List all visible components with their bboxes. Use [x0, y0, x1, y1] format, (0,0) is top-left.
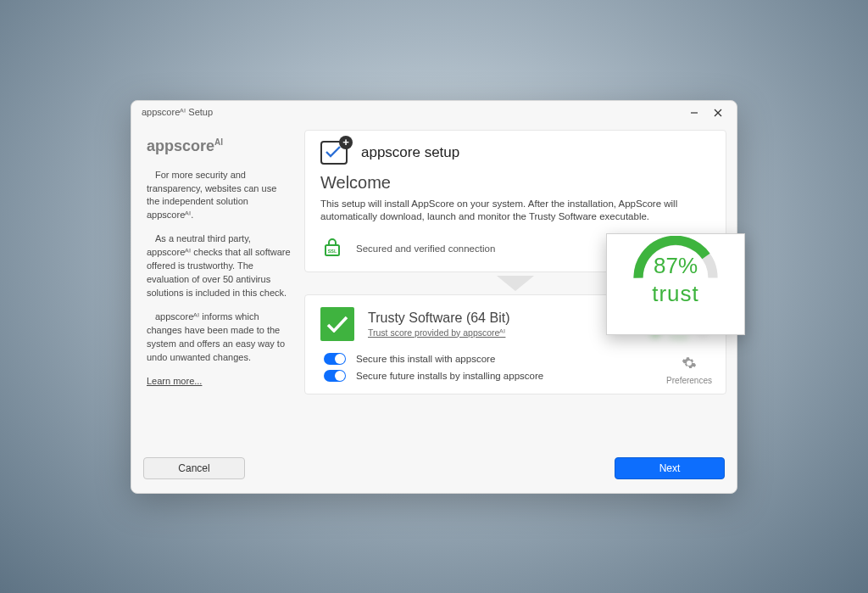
sidebar: appscoreAI For more security and transpa… — [142, 130, 292, 450]
secure-this-install-toggle[interactable] — [324, 353, 346, 365]
sidebar-para-1: For more security and transparency, webs… — [147, 169, 291, 223]
close-button[interactable] — [706, 104, 730, 121]
secure-future-installs-toggle[interactable] — [324, 370, 346, 382]
software-name: Trusty Software (64 Bit) — [368, 310, 509, 326]
cancel-button[interactable]: Cancel — [143, 457, 245, 479]
titlebar: appscoreᴬᴵ Setup — [131, 101, 737, 125]
brand-logo: appscoreAI — [147, 135, 291, 157]
secure-connection-text: Secured and verified connection — [356, 243, 495, 254]
minimize-button[interactable] — [682, 104, 706, 121]
lock-icon: SSL — [324, 238, 341, 260]
app-icon: + — [320, 141, 348, 165]
setup-window: appscoreᴬᴵ Setup appscoreAI For more sec… — [131, 100, 737, 494]
welcome-description: This setup will install AppScore on your… — [320, 198, 710, 224]
trust-gauge-popout: 87% trust — [606, 233, 745, 335]
app-setup-title: appscore setup — [361, 144, 459, 161]
secure-future-installs-label: Secure future installs by installing app… — [356, 371, 543, 381]
welcome-heading: Welcome — [320, 173, 710, 193]
sidebar-para-3: appscoreᴬᴵ informs which changes have be… — [147, 310, 291, 365]
arrow-down-icon — [497, 276, 534, 291]
secure-this-install-label: Secure this install with appscore — [356, 354, 495, 364]
next-button[interactable]: Next — [615, 457, 725, 479]
gear-icon — [682, 355, 697, 374]
sidebar-para-2: As a neutral third party, appscoreᴬᴵ che… — [147, 232, 291, 300]
learn-more-link[interactable]: Learn more... — [147, 375, 291, 389]
window-title: appscoreᴬᴵ Setup — [142, 107, 213, 118]
footer: Cancel Next — [131, 450, 737, 493]
checkmark-icon — [320, 307, 354, 341]
preferences-button[interactable]: Preferences — [666, 355, 712, 385]
plus-badge-icon: + — [339, 136, 353, 149]
trust-score-link[interactable]: Trust score provided by appscoreᴬᴵ — [368, 327, 509, 338]
trust-label: trust — [652, 281, 699, 307]
preferences-label: Preferences — [666, 376, 712, 385]
svg-text:SSL: SSL — [328, 248, 337, 253]
